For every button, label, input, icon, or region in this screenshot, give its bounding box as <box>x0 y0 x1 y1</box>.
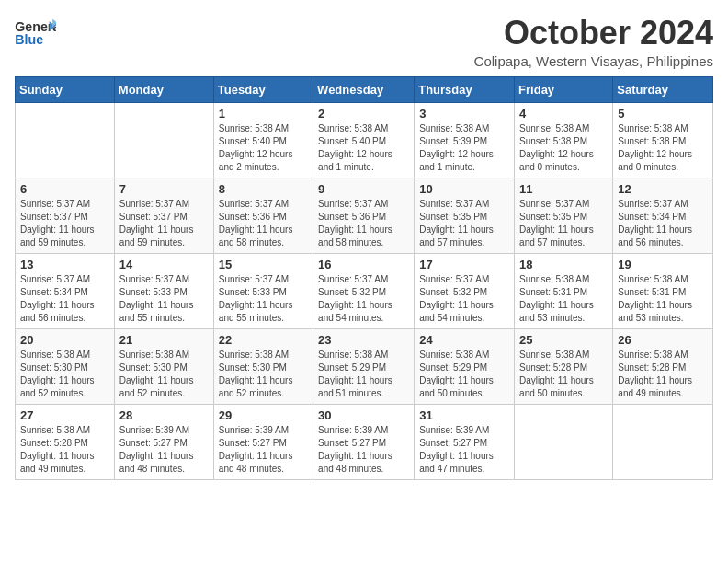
calendar-day-cell: 15Sunrise: 5:37 AMSunset: 5:33 PMDayligh… <box>213 253 313 328</box>
calendar-day-cell: 18Sunrise: 5:38 AMSunset: 5:31 PMDayligh… <box>515 253 613 328</box>
day-number: 2 <box>318 107 409 121</box>
day-info: Sunrise: 5:37 AMSunset: 5:37 PMDaylight:… <box>119 198 209 249</box>
day-number: 12 <box>618 182 708 196</box>
day-number: 11 <box>519 182 608 196</box>
day-number: 26 <box>618 333 708 347</box>
day-info: Sunrise: 5:38 AMSunset: 5:38 PMDaylight:… <box>519 122 608 174</box>
title-block: October 2024 Colipapa, Western Visayas, … <box>474 15 713 69</box>
day-info: Sunrise: 5:37 AMSunset: 5:36 PMDaylight:… <box>318 198 409 249</box>
day-number: 24 <box>419 333 509 347</box>
calendar-day-cell: 23Sunrise: 5:38 AMSunset: 5:29 PMDayligh… <box>313 328 415 404</box>
weekday-header: Friday <box>515 76 613 102</box>
day-info: Sunrise: 5:38 AMSunset: 5:28 PMDaylight:… <box>618 349 708 400</box>
day-info: Sunrise: 5:37 AMSunset: 5:33 PMDaylight:… <box>219 273 308 325</box>
calendar-day-cell: 16Sunrise: 5:37 AMSunset: 5:32 PMDayligh… <box>313 253 415 328</box>
calendar-week-row: 13Sunrise: 5:37 AMSunset: 5:34 PMDayligh… <box>16 253 713 328</box>
day-info: Sunrise: 5:38 AMSunset: 5:29 PMDaylight:… <box>419 349 509 400</box>
weekday-header: Tuesday <box>213 76 313 102</box>
calendar-day-cell <box>613 404 713 479</box>
calendar-day-cell: 24Sunrise: 5:38 AMSunset: 5:29 PMDayligh… <box>415 328 515 404</box>
calendar-day-cell: 31Sunrise: 5:39 AMSunset: 5:27 PMDayligh… <box>415 404 515 479</box>
calendar-day-cell <box>114 102 213 178</box>
day-info: Sunrise: 5:38 AMSunset: 5:31 PMDaylight:… <box>519 273 608 325</box>
calendar-day-cell: 21Sunrise: 5:38 AMSunset: 5:30 PMDayligh… <box>114 328 213 404</box>
calendar-day-cell: 11Sunrise: 5:37 AMSunset: 5:35 PMDayligh… <box>515 178 613 253</box>
calendar-day-cell: 27Sunrise: 5:38 AMSunset: 5:28 PMDayligh… <box>16 404 115 479</box>
logo-icon: General Blue <box>15 15 56 52</box>
svg-text:Blue: Blue <box>15 32 43 47</box>
day-number: 3 <box>419 107 509 121</box>
day-number: 4 <box>519 107 608 121</box>
weekday-header: Monday <box>114 76 213 102</box>
calendar-day-cell: 12Sunrise: 5:37 AMSunset: 5:34 PMDayligh… <box>613 178 713 253</box>
calendar-day-cell: 4Sunrise: 5:38 AMSunset: 5:38 PMDaylight… <box>515 102 613 178</box>
day-info: Sunrise: 5:37 AMSunset: 5:34 PMDaylight:… <box>618 198 708 249</box>
day-number: 29 <box>219 408 308 422</box>
day-number: 16 <box>318 258 409 271</box>
day-info: Sunrise: 5:38 AMSunset: 5:28 PMDaylight:… <box>519 349 608 400</box>
day-number: 30 <box>318 408 409 422</box>
calendar-day-cell: 17Sunrise: 5:37 AMSunset: 5:32 PMDayligh… <box>415 253 515 328</box>
day-info: Sunrise: 5:37 AMSunset: 5:32 PMDaylight:… <box>318 273 409 325</box>
day-info: Sunrise: 5:38 AMSunset: 5:38 PMDaylight:… <box>618 122 708 174</box>
day-number: 25 <box>519 333 608 347</box>
calendar-day-cell: 3Sunrise: 5:38 AMSunset: 5:39 PMDaylight… <box>415 102 515 178</box>
day-info: Sunrise: 5:38 AMSunset: 5:30 PMDaylight:… <box>20 349 109 400</box>
day-number: 21 <box>119 333 209 347</box>
day-number: 9 <box>318 182 409 196</box>
calendar-day-cell <box>16 102 115 178</box>
calendar-day-cell: 10Sunrise: 5:37 AMSunset: 5:35 PMDayligh… <box>415 178 515 253</box>
day-number: 14 <box>119 258 209 271</box>
day-number: 18 <box>519 258 608 271</box>
calendar-day-cell: 30Sunrise: 5:39 AMSunset: 5:27 PMDayligh… <box>313 404 415 479</box>
calendar-day-cell: 1Sunrise: 5:38 AMSunset: 5:40 PMDaylight… <box>213 102 313 178</box>
calendar-day-cell: 20Sunrise: 5:38 AMSunset: 5:30 PMDayligh… <box>16 328 115 404</box>
calendar-day-cell <box>515 404 613 479</box>
calendar-day-cell: 29Sunrise: 5:39 AMSunset: 5:27 PMDayligh… <box>213 404 313 479</box>
day-number: 10 <box>419 182 509 196</box>
day-info: Sunrise: 5:37 AMSunset: 5:32 PMDaylight:… <box>419 273 509 325</box>
calendar-day-cell: 7Sunrise: 5:37 AMSunset: 5:37 PMDaylight… <box>114 178 213 253</box>
calendar-day-cell: 26Sunrise: 5:38 AMSunset: 5:28 PMDayligh… <box>613 328 713 404</box>
calendar-day-cell: 22Sunrise: 5:38 AMSunset: 5:30 PMDayligh… <box>213 328 313 404</box>
day-number: 20 <box>20 333 109 347</box>
calendar-day-cell: 25Sunrise: 5:38 AMSunset: 5:28 PMDayligh… <box>515 328 613 404</box>
weekday-header: Wednesday <box>313 76 415 102</box>
day-info: Sunrise: 5:39 AMSunset: 5:27 PMDaylight:… <box>318 424 409 476</box>
calendar-day-cell: 19Sunrise: 5:38 AMSunset: 5:31 PMDayligh… <box>613 253 713 328</box>
day-info: Sunrise: 5:37 AMSunset: 5:34 PMDaylight:… <box>20 273 109 325</box>
weekday-header: Thursday <box>415 76 515 102</box>
day-number: 28 <box>119 408 209 422</box>
day-number: 22 <box>219 333 308 347</box>
calendar-day-cell: 9Sunrise: 5:37 AMSunset: 5:36 PMDaylight… <box>313 178 415 253</box>
day-info: Sunrise: 5:38 AMSunset: 5:40 PMDaylight:… <box>318 122 409 174</box>
day-number: 1 <box>219 107 308 121</box>
day-number: 7 <box>119 182 209 196</box>
weekday-header: Saturday <box>613 76 713 102</box>
day-number: 31 <box>419 408 509 422</box>
day-info: Sunrise: 5:38 AMSunset: 5:31 PMDaylight:… <box>618 273 708 325</box>
day-info: Sunrise: 5:39 AMSunset: 5:27 PMDaylight:… <box>219 424 308 476</box>
day-info: Sunrise: 5:39 AMSunset: 5:27 PMDaylight:… <box>119 424 209 476</box>
calendar-week-row: 20Sunrise: 5:38 AMSunset: 5:30 PMDayligh… <box>16 328 713 404</box>
day-number: 6 <box>20 182 109 196</box>
day-info: Sunrise: 5:38 AMSunset: 5:40 PMDaylight:… <box>219 122 308 174</box>
calendar-day-cell: 2Sunrise: 5:38 AMSunset: 5:40 PMDaylight… <box>313 102 415 178</box>
day-info: Sunrise: 5:38 AMSunset: 5:28 PMDaylight:… <box>20 424 109 476</box>
month-title: October 2024 <box>474 15 713 52</box>
day-info: Sunrise: 5:38 AMSunset: 5:29 PMDaylight:… <box>318 349 409 400</box>
page-header: General Blue October 2024 Colipapa, West… <box>15 15 713 69</box>
logo: General Blue <box>15 15 56 52</box>
day-number: 13 <box>20 258 109 271</box>
day-info: Sunrise: 5:39 AMSunset: 5:27 PMDaylight:… <box>419 424 509 476</box>
day-info: Sunrise: 5:37 AMSunset: 5:35 PMDaylight:… <box>419 198 509 249</box>
calendar-table: SundayMondayTuesdayWednesdayThursdayFrid… <box>15 76 713 480</box>
day-info: Sunrise: 5:37 AMSunset: 5:37 PMDaylight:… <box>20 198 109 249</box>
day-info: Sunrise: 5:37 AMSunset: 5:35 PMDaylight:… <box>519 198 608 249</box>
calendar-day-cell: 5Sunrise: 5:38 AMSunset: 5:38 PMDaylight… <box>613 102 713 178</box>
day-number: 5 <box>618 107 708 121</box>
calendar-day-cell: 13Sunrise: 5:37 AMSunset: 5:34 PMDayligh… <box>16 253 115 328</box>
weekday-header-row: SundayMondayTuesdayWednesdayThursdayFrid… <box>16 76 713 102</box>
calendar-day-cell: 28Sunrise: 5:39 AMSunset: 5:27 PMDayligh… <box>114 404 213 479</box>
day-info: Sunrise: 5:38 AMSunset: 5:30 PMDaylight:… <box>219 349 308 400</box>
